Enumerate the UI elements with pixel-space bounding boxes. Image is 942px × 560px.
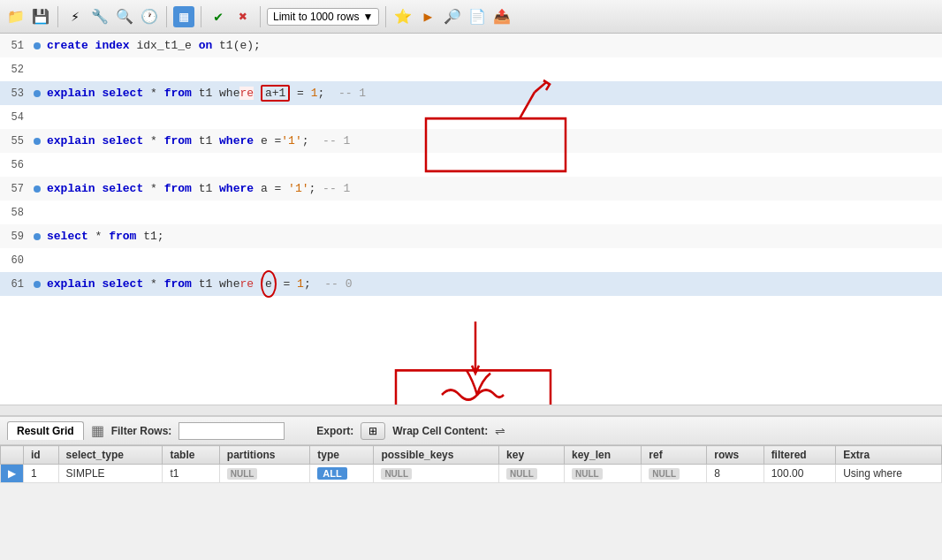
toolbar-separator-4 (260, 6, 261, 27)
col-possible-keys[interactable]: possible_keys (374, 446, 499, 465)
cell-key: NULL (499, 465, 565, 483)
line-content-61[interactable]: explain select * from t1 where e = 1; --… (43, 270, 353, 298)
col-id[interactable]: id (24, 446, 59, 465)
cell-key-len: NULL (565, 465, 642, 483)
col-filtered[interactable]: filtered (763, 446, 836, 465)
line-dot-59 (31, 233, 43, 240)
magnify-icon[interactable]: 🔍 (114, 6, 135, 27)
folder-open-icon[interactable]: 📁 (5, 6, 27, 27)
line-content-57[interactable]: explain select * from t1 where a = '1'; … (43, 177, 350, 201)
star-icon[interactable]: ⭐ (392, 6, 414, 27)
svg-rect-3 (396, 370, 551, 405)
col-ref[interactable]: ref (642, 446, 707, 465)
code-line-54: 54 (0, 105, 942, 129)
main-toolbar: 📁 💾 ⚡ 🔧 🔍 🕐 ▦ ✔ ✖ Limit to 1000 rows ▼ ⭐… (0, 0, 942, 34)
col-extra[interactable]: Extra (836, 446, 942, 465)
line-number-57: 57 (0, 183, 31, 195)
col-select-type[interactable]: select_type (58, 446, 163, 465)
export-button[interactable]: ⊞ (361, 422, 385, 440)
line-number-52: 52 (0, 64, 31, 76)
page-icon[interactable]: 📄 (467, 6, 488, 27)
cell-select-type: SIMPLE (58, 465, 163, 483)
toolbar-separator-1 (57, 6, 58, 27)
col-type[interactable]: type (310, 446, 374, 465)
limit-rows-label: Limit to 1000 rows (273, 11, 359, 23)
check-icon[interactable]: ✔ (208, 6, 229, 27)
grid-icon-toolbar: ▦ (91, 422, 104, 439)
save-icon[interactable]: 💾 (30, 6, 51, 27)
lightning-icon[interactable]: ⚡ (65, 6, 86, 27)
close-circle-icon[interactable]: ✖ (232, 6, 254, 27)
code-line-53: 53 explain select * from t1 where a+1 = … (0, 81, 942, 105)
wrench-icon[interactable]: 🔧 (89, 6, 110, 27)
limit-dropdown-arrow[interactable]: ▼ (362, 11, 373, 23)
line-dot-53 (31, 90, 43, 97)
result-grid-tab[interactable]: Result Grid (7, 421, 84, 440)
col-key-len[interactable]: key_len (565, 446, 642, 465)
result-table: id select_type table partitions type pos… (0, 445, 942, 483)
limit-rows-control[interactable]: Limit to 1000 rows ▼ (267, 8, 379, 26)
sql-editor[interactable]: 51 create index idx_t1_e on t1(e); 52 53… (0, 34, 942, 405)
horizontal-scrollbar[interactable] (0, 405, 942, 415)
row-indicator: ▶ (1, 465, 24, 483)
line-number-54: 54 (0, 111, 31, 124)
code-line-59: 59 select * from t1; (0, 224, 942, 248)
col-key[interactable]: key (499, 446, 565, 465)
code-line-61: 61 explain select * from t1 where e = 1;… (0, 272, 942, 296)
cell-type: ALL (310, 465, 374, 483)
code-line-58: 58 (0, 201, 942, 224)
code-line-52: 52 (0, 57, 942, 81)
result-toolbar: Result Grid ▦ Filter Rows: Export: ⊞ Wra… (0, 417, 942, 445)
table-header-row: id select_type table partitions type pos… (1, 446, 942, 465)
filter-rows-input[interactable] (179, 422, 285, 440)
cell-ref: NULL (642, 465, 707, 483)
code-line-60: 60 (0, 248, 942, 272)
cell-id: 1 (24, 465, 59, 483)
toolbar-separator-3 (201, 6, 201, 27)
line-number-55: 55 (0, 135, 31, 148)
line-number-51: 51 (0, 40, 31, 52)
line-content-51[interactable]: create index idx_t1_e on t1(e); (43, 34, 261, 57)
cell-table: t1 (163, 465, 219, 483)
col-indicator (1, 446, 24, 465)
cell-extra: Using where (836, 465, 942, 483)
line-content-53[interactable]: explain select * from t1 where a+1 = 1; … (43, 81, 366, 105)
line-dot-55 (31, 138, 43, 145)
line-number-60: 60 (0, 254, 31, 267)
code-line-51: 51 create index idx_t1_e on t1(e); (0, 34, 942, 57)
line-number-58: 58 (0, 207, 31, 219)
filter-rows-label: Filter Rows: (111, 425, 172, 437)
col-rows[interactable]: rows (707, 446, 763, 465)
wrap-label: Wrap Cell Content: (392, 425, 488, 437)
execute-icon[interactable]: ▶ (417, 6, 438, 27)
line-content-55[interactable]: explain select * from t1 where e ='1'; -… (43, 129, 350, 153)
col-partitions[interactable]: partitions (219, 446, 310, 465)
line-dot-61 (31, 281, 43, 288)
export-icon[interactable]: 📤 (491, 6, 513, 27)
cell-possible-keys: NULL (374, 465, 499, 483)
toolbar-separator-5 (385, 6, 386, 27)
line-number-61: 61 (0, 278, 31, 291)
line-content-59[interactable]: select * from t1; (43, 224, 164, 248)
result-panel: Result Grid ▦ Filter Rows: Export: ⊞ Wra… (0, 415, 942, 483)
toolbar-separator-2 (166, 6, 167, 27)
cell-partitions: NULL (219, 465, 310, 483)
grid-icon[interactable]: ▦ (173, 6, 194, 27)
table-row[interactable]: ▶ 1 SIMPLE t1 NULL ALL NULL NULL NULL NU… (1, 465, 942, 483)
cell-filtered: 100.00 (763, 465, 836, 483)
line-number-59: 59 (0, 231, 31, 243)
col-table[interactable]: table (163, 446, 219, 465)
cell-rows: 8 (707, 465, 763, 483)
search2-icon[interactable]: 🔎 (442, 6, 463, 27)
code-line-56: 56 (0, 153, 942, 177)
wrap-icon: ⇌ (495, 424, 505, 438)
code-line-57: 57 explain select * from t1 where a = '1… (0, 177, 942, 201)
line-dot-57 (31, 185, 43, 193)
line-dot-51 (31, 42, 43, 49)
line-number-53: 53 (0, 87, 31, 100)
code-line-55: 55 explain select * from t1 where e ='1'… (0, 129, 942, 153)
line-number-56: 56 (0, 159, 31, 171)
history-icon[interactable]: 🕐 (139, 6, 160, 27)
export-label: Export: (316, 425, 353, 437)
